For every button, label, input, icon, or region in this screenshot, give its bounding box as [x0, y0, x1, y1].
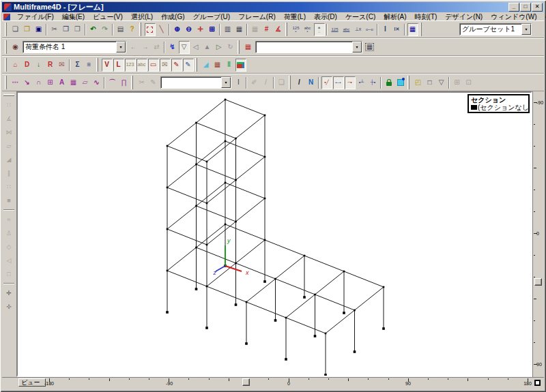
render-solid-button[interactable]	[235, 59, 246, 72]
load-case-combo[interactable]: 荷重条件名 1▾	[23, 41, 126, 53]
render-section-button[interactable]: ▦	[212, 59, 223, 72]
load-group-combo[interactable]: ▾	[255, 41, 362, 53]
section-combo-dropdown-icon[interactable]: ▾	[221, 77, 231, 88]
current-case-button[interactable]: ◉	[10, 41, 21, 54]
highlight-button[interactable]	[395, 76, 406, 89]
section-combo[interactable]: ▾	[160, 76, 231, 89]
group-set-combo-dropdown-icon[interactable]: ▾	[521, 24, 531, 35]
render-extrude-button[interactable]: ‖	[224, 59, 235, 72]
draw-line-button[interactable]: /	[294, 76, 305, 89]
open-button[interactable]: ❐	[22, 23, 33, 36]
undo-button[interactable]: ↶	[88, 23, 99, 36]
snap-int-button[interactable]: ┼•	[368, 76, 379, 89]
pan-button[interactable]: ✛	[195, 23, 206, 36]
close-button[interactable]: ✕	[532, 3, 543, 12]
text-cursor-button[interactable]: I	[233, 76, 244, 89]
gen-member-button[interactable]: ⋯	[10, 76, 21, 89]
gen-arc-button[interactable]: ∩	[33, 76, 44, 89]
deflection-button[interactable]: D	[22, 59, 33, 72]
gen-segment-button[interactable]: ↘	[22, 76, 33, 89]
analyze-button[interactable]: ↯	[167, 41, 178, 54]
sb-node-button[interactable]: ✛	[3, 288, 15, 299]
gen-panel-button[interactable]: ▱	[80, 76, 91, 89]
zoom-in-button[interactable]: ⊕	[172, 23, 183, 36]
show-joints-button[interactable]: ▥	[222, 23, 233, 36]
mail-check-button[interactable]: ✉	[57, 59, 68, 72]
sb-node2-button[interactable]: ✜	[3, 301, 15, 313]
group-set-combo[interactable]: グループセット1▾	[459, 23, 532, 35]
view-saved-button[interactable]: ◰	[413, 76, 424, 89]
filter-button[interactable]: ▽	[179, 41, 190, 54]
show-numbers-button[interactable]: 123	[125, 59, 136, 72]
render-wire-button[interactable]: ◢	[201, 59, 212, 72]
view-filter-button[interactable]: ▽	[436, 76, 447, 89]
import-button[interactable]: ↓	[33, 59, 44, 72]
show-l-button[interactable]: L	[113, 59, 124, 72]
sum-button[interactable]: Σ	[72, 59, 83, 72]
select-box-button[interactable]	[145, 23, 156, 36]
load-grid-button[interactable]: ▦	[243, 41, 254, 54]
pencil-blue-button[interactable]: ✎	[183, 59, 194, 72]
load-case-combo-dropdown-icon[interactable]: ▾	[116, 42, 126, 52]
save-button[interactable]: ▣	[33, 23, 44, 36]
vertical-rotation-ruler[interactable]: -90090	[532, 91, 543, 377]
snap-perp-button[interactable]: •┴	[356, 76, 367, 89]
view-tab[interactable]: ビュー	[18, 378, 46, 387]
anim-stop-button[interactable]: ▲	[202, 41, 213, 54]
next-case-button[interactable]: →	[140, 41, 151, 54]
joint-labels-button[interactable]: abc•	[302, 23, 313, 36]
joint-symbols-button[interactable]: ✶∴	[314, 23, 325, 36]
copy-button[interactable]: ❐	[61, 23, 72, 36]
pencil-red-button[interactable]: ✎	[171, 59, 182, 72]
joint-numbers-button[interactable]: 125•	[291, 23, 302, 36]
snap-end-button[interactable]: •╱	[321, 76, 332, 89]
home-view-button[interactable]: ⌂	[10, 59, 21, 72]
select-line-button[interactable]: ╲	[156, 23, 167, 36]
reactions-button[interactable]: R	[45, 59, 56, 72]
print-button[interactable]: ▤	[115, 23, 126, 36]
redo-button[interactable]: ↷	[100, 23, 111, 36]
view-full-button[interactable]: □	[425, 76, 435, 89]
snap-grid-button[interactable]: #	[261, 23, 272, 36]
gen-wave-button[interactable]: ∿	[91, 76, 102, 89]
show-labels-button[interactable]: abc	[136, 59, 147, 72]
data-table-button[interactable]: ▦	[407, 23, 418, 36]
anim-play-button[interactable]: ▷	[214, 41, 225, 54]
report-button[interactable]: ≡	[84, 59, 95, 72]
paste-button[interactable]: ❒	[72, 23, 83, 36]
axes-toggle-button[interactable]: ∡	[273, 23, 284, 36]
lock-button[interactable]	[384, 76, 394, 89]
gen-tower-button[interactable]: A	[57, 76, 68, 89]
draw-polyline-button[interactable]: N	[306, 76, 317, 89]
minimize-button[interactable]: _	[508, 3, 519, 12]
show-outline-button[interactable]: ▭	[148, 59, 159, 72]
gen-portal-button[interactable]: ∏	[119, 76, 130, 89]
ruler-corner-widget[interactable]	[532, 378, 543, 387]
cut-button[interactable]: ✂	[49, 23, 60, 36]
zoom-out-button[interactable]: ⊖	[184, 23, 195, 36]
gen-arch-button[interactable]: ⌒	[107, 76, 118, 89]
member-axes-button[interactable]: ⊥x	[353, 23, 364, 36]
prev-case-button[interactable]: ←	[128, 41, 139, 54]
horizontal-rotation-ruler[interactable]: -180-90090180	[46, 378, 532, 387]
vertical-rotation-handle[interactable]	[534, 278, 542, 286]
help-button[interactable]: ?	[127, 23, 138, 36]
show-v-button[interactable]: V	[102, 59, 113, 72]
member-labels-button[interactable]: abc	[341, 23, 352, 36]
gen-grid-button[interactable]: ⊞	[45, 76, 56, 89]
viewport[interactable]: zxy セクション (セクションなし)	[16, 91, 532, 377]
section-delete-button[interactable]: I✕	[392, 23, 403, 36]
selection-grid-button[interactable]: ▦	[364, 41, 375, 54]
new-button[interactable]: ❏	[10, 23, 21, 36]
anim-loop-button[interactable]: ↻	[225, 41, 236, 54]
releases-button[interactable]: o─o	[364, 23, 375, 36]
show-mail-x-button[interactable]: ✉	[160, 59, 171, 72]
maximize-button[interactable]: □	[520, 3, 531, 12]
section-shape-button[interactable]: I	[380, 23, 391, 36]
anim-back-button[interactable]: ◁	[190, 41, 201, 54]
zoom-extents-button[interactable]: ⊞	[207, 23, 218, 36]
load-group-combo-dropdown-icon[interactable]: ▾	[352, 42, 362, 52]
snap-mid-button[interactable]: •─•	[333, 76, 344, 89]
show-members-button[interactable]: ▦	[234, 23, 245, 36]
snap-grid2-button[interactable]: ┈•	[345, 76, 356, 89]
